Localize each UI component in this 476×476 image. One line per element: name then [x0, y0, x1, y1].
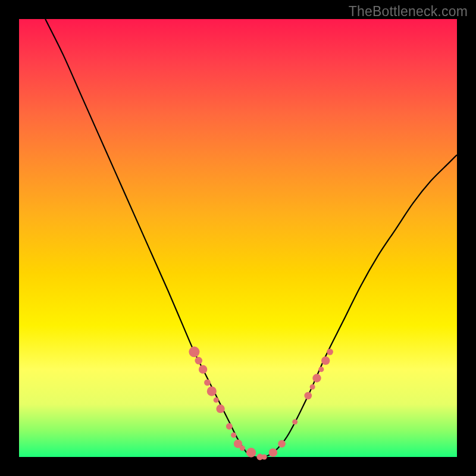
curve-marker	[240, 446, 245, 451]
chart-svg	[19, 19, 457, 457]
curve-marker	[226, 423, 233, 430]
chart-frame: TheBottleneck.com	[0, 0, 476, 476]
curve-marker	[214, 397, 219, 403]
curve-marker	[216, 405, 224, 413]
curve-marker	[327, 349, 333, 355]
curve-marker	[312, 374, 321, 382]
curve-marker	[321, 356, 330, 365]
bottleneck-curve	[45, 19, 457, 458]
curve-marker	[189, 346, 199, 357]
curve-marker	[246, 448, 256, 458]
curve-marker	[292, 419, 298, 425]
curve-marker	[199, 365, 207, 374]
curve-marker	[207, 387, 217, 396]
curve-marker	[318, 367, 324, 372]
curve-marker	[278, 440, 286, 448]
curve-marker	[204, 379, 211, 386]
curve-markers	[189, 346, 333, 460]
curve-marker	[262, 455, 267, 460]
watermark-text: TheBottleneck.com	[349, 4, 468, 20]
curve-marker	[231, 433, 236, 438]
curve-marker	[195, 357, 202, 365]
chart-plot-area	[19, 19, 457, 457]
curve-marker	[310, 384, 315, 390]
curve-marker	[269, 448, 277, 456]
curve-marker	[304, 392, 312, 400]
